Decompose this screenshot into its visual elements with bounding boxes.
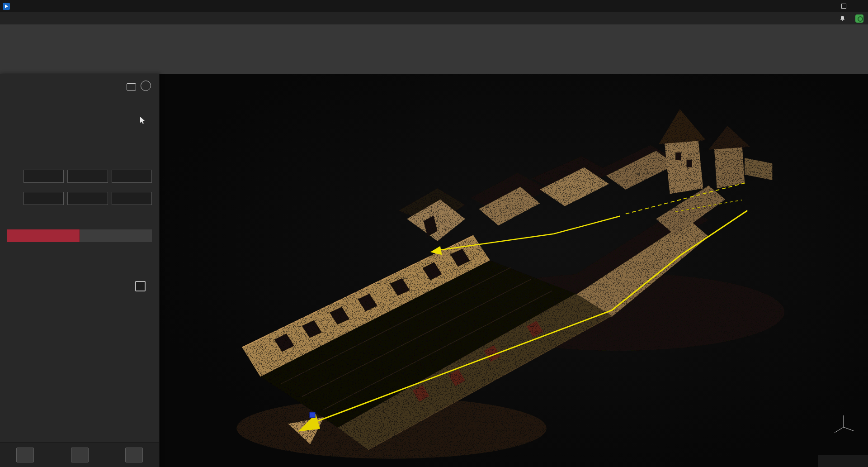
maximize-button[interactable] [835, 0, 852, 12]
window-controls [819, 0, 868, 12]
help-button[interactable] [139, 80, 152, 91]
panel-header [0, 74, 159, 95]
ribbon-toolbar [0, 24, 868, 74]
section-outputs[interactable] [0, 247, 159, 260]
origin-y-field[interactable] [67, 192, 108, 205]
selection-strategy-toggle [7, 229, 152, 242]
path-row [0, 130, 159, 147]
maximize-icon [841, 4, 846, 9]
pick-cursor-icon[interactable] [140, 117, 146, 126]
menu-bar-right [840, 12, 868, 24]
title-bar [0, 0, 868, 12]
help-icon [141, 81, 151, 91]
path-origin-label [0, 186, 159, 191]
origin-x-field[interactable] [24, 192, 64, 205]
user-avatar[interactable] [855, 14, 863, 23]
preview-button[interactable] [71, 448, 89, 462]
origin-coord-row [0, 191, 159, 209]
ok-button[interactable] [16, 448, 34, 462]
panel-footer [0, 442, 159, 467]
unfolded-multiline-checkbox[interactable] [135, 281, 146, 291]
path-origin-marker[interactable] [310, 412, 315, 418]
section-inputs[interactable] [0, 99, 159, 113]
point-cloud-building [236, 109, 784, 458]
axis-y-field[interactable] [67, 170, 108, 183]
cloud-to-unfold-row [0, 113, 159, 130]
reset-icon[interactable] [110, 80, 123, 91]
viewport-3d-canvas[interactable] [159, 74, 868, 467]
viewport-3d[interactable] [159, 74, 868, 467]
axis-coord-row [0, 169, 159, 186]
slice-selection-button[interactable] [80, 229, 152, 242]
unfolded-multiline-row [0, 277, 159, 295]
section-unfold-axis[interactable] [0, 151, 159, 164]
origin-z-field[interactable] [112, 192, 152, 205]
all-points-button[interactable] [7, 229, 80, 242]
axis-used-label [0, 164, 159, 169]
app-logo-icon [3, 3, 10, 10]
section-selection-strategy[interactable] [0, 212, 159, 226]
close-button[interactable] [852, 0, 868, 12]
cancel-button[interactable] [125, 448, 143, 462]
main-area [0, 74, 868, 467]
ucs-button[interactable] [818, 455, 868, 467]
export-box-icon [127, 83, 136, 91]
menu-bar [0, 12, 868, 24]
axis-triad [831, 412, 856, 438]
export-icon[interactable] [125, 80, 137, 91]
unfolded-cloud-row [0, 260, 159, 277]
minimize-button[interactable] [819, 0, 835, 12]
notification-bell-icon[interactable] [840, 15, 845, 22]
axis-z-field[interactable] [112, 170, 152, 183]
axis-x-field[interactable] [24, 170, 64, 183]
unfold-cloud-panel [0, 74, 160, 467]
